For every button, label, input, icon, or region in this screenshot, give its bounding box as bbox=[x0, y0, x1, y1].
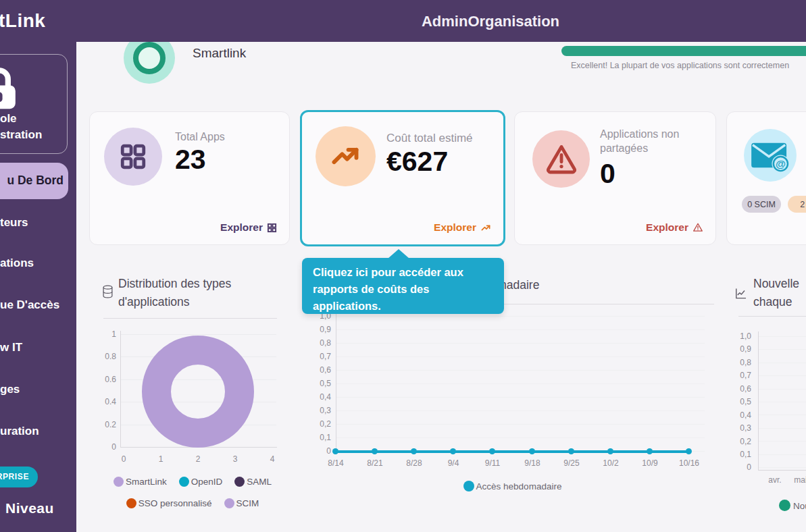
health-status-text: Excellent! La plupart de vos application… bbox=[571, 61, 789, 70]
y-tick: 0.8 bbox=[82, 352, 116, 361]
console-label-line1: ole bbox=[0, 112, 17, 126]
trend-up-icon bbox=[316, 126, 376, 186]
plan-badge: RPRISE bbox=[0, 467, 38, 487]
monthly-x-axis bbox=[758, 470, 806, 471]
total-apps-value: 23 bbox=[175, 144, 206, 176]
x-tick: 10/16 bbox=[674, 458, 704, 468]
y-tick: 0 bbox=[297, 446, 331, 456]
smartlink-logo-ring-icon bbox=[133, 42, 166, 74]
page-title: AdminOrganisation bbox=[421, 13, 560, 30]
shared-badge: 2 Sh bbox=[788, 196, 806, 213]
unshared-value: 0 bbox=[600, 158, 615, 190]
y-tick: 0,7 bbox=[717, 371, 751, 380]
donut-legend-row1: SmartLink OpenID SAML bbox=[91, 477, 294, 487]
x-tick: 4 bbox=[257, 454, 287, 464]
data-point bbox=[647, 448, 653, 454]
alert-triangle-icon bbox=[532, 130, 590, 188]
y-tick: 0,2 bbox=[297, 419, 331, 429]
legend-item-sso[interactable]: SSO personnalisé bbox=[126, 498, 212, 508]
alert-triangle-icon bbox=[692, 222, 703, 233]
y-tick: 0,3 bbox=[717, 423, 751, 433]
y-tick: 0,5 bbox=[297, 379, 331, 388]
data-point bbox=[686, 448, 692, 454]
legend-dot bbox=[234, 477, 245, 487]
explorer-unshared-link[interactable]: Explorer bbox=[646, 221, 703, 234]
sidebar-item-dashboard[interactable]: u De Bord bbox=[0, 163, 68, 199]
sidebar-item-applications[interactable]: ations bbox=[0, 257, 34, 270]
weekly-series-line bbox=[336, 450, 689, 453]
unshared-apps-card[interactable]: Applications non partagées 0 Explorer bbox=[514, 111, 716, 245]
cost-card[interactable]: Coût total estimé €627 Explorer bbox=[300, 110, 505, 246]
grid-icon bbox=[267, 223, 277, 233]
explorer-apps-link[interactable]: Explorer bbox=[220, 221, 277, 234]
x-tick: mai bbox=[786, 475, 806, 485]
donut-y-axis bbox=[120, 331, 121, 448]
total-apps-label: Total Apps bbox=[175, 130, 225, 144]
y-tick: 1,0 bbox=[717, 331, 751, 341]
legend-item-weekly-access[interactable]: Accès hebdomadaire bbox=[463, 481, 562, 491]
y-tick: 0,9 bbox=[717, 344, 751, 354]
y-tick: 0,9 bbox=[297, 325, 331, 334]
data-point bbox=[372, 448, 378, 454]
x-tick: 8/28 bbox=[399, 458, 429, 468]
data-point bbox=[568, 448, 574, 454]
sidebar-item-shadow-it[interactable]: w IT bbox=[0, 341, 22, 354]
y-tick: 0,1 bbox=[297, 433, 331, 442]
data-point bbox=[332, 448, 338, 454]
legend-item-scim[interactable]: SCIM bbox=[224, 498, 259, 508]
legend-dot bbox=[114, 477, 124, 487]
legend-dot bbox=[179, 477, 189, 487]
y-tick: 1 bbox=[82, 329, 116, 339]
y-tick: 0,4 bbox=[717, 410, 751, 420]
legend-item-new-apps[interactable]: Nou bbox=[793, 501, 806, 511]
cost-tooltip: Cliquez ici pour accéder aux rapports de… bbox=[302, 258, 504, 314]
console-label-line2: stration bbox=[0, 128, 42, 142]
dashboard-screen: Smartlink Excellent! La plupart de vos a… bbox=[0, 0, 806, 532]
sidebar-item-access-log[interactable]: ue D'accès bbox=[0, 298, 59, 312]
trend-up-icon bbox=[480, 223, 491, 233]
legend-dot bbox=[224, 498, 234, 508]
y-tick: 0,6 bbox=[717, 384, 751, 394]
legend-item-smartlink[interactable]: SmartLink bbox=[114, 477, 167, 487]
data-point bbox=[411, 448, 417, 454]
y-tick: 0,2 bbox=[717, 437, 751, 446]
y-tick: 0 bbox=[82, 442, 116, 452]
sidebar-item-configuration[interactable]: uration bbox=[0, 425, 39, 438]
donut-chart-title: Distribution des types d'applications bbox=[118, 275, 287, 311]
legend-item-openid[interactable]: OpenID bbox=[179, 477, 223, 487]
explorer-cost-link[interactable]: Explorer bbox=[434, 221, 491, 234]
divider bbox=[103, 318, 277, 319]
total-apps-card[interactable]: Total Apps 23 Explorer bbox=[89, 111, 290, 245]
x-tick: 2 bbox=[183, 454, 213, 464]
donut-legend-row2: SSO personnalisé SCIM bbox=[91, 498, 294, 508]
health-progress-bar bbox=[561, 46, 806, 56]
apps-grid-icon bbox=[104, 128, 162, 186]
x-tick: 9/25 bbox=[557, 458, 586, 468]
brand-logo: tLink bbox=[0, 10, 45, 32]
unshared-label: Applications non partagées bbox=[600, 128, 705, 156]
y-tick: 0,5 bbox=[717, 397, 751, 406]
app-name: Smartlink bbox=[193, 46, 246, 61]
data-point bbox=[489, 448, 495, 454]
y-tick: 0,1 bbox=[717, 450, 751, 459]
weekly-gridlines bbox=[336, 316, 705, 452]
x-tick: 10/2 bbox=[596, 458, 626, 468]
mail-card[interactable]: @ 0 SCIM 2 Sh bbox=[726, 111, 806, 245]
y-tick: 0,6 bbox=[297, 365, 331, 375]
weekly-y-axis bbox=[336, 311, 336, 452]
y-tick: 0,7 bbox=[297, 352, 331, 361]
level-label: Niveau bbox=[5, 500, 54, 516]
x-tick: 9/11 bbox=[478, 458, 507, 468]
legend-item-saml[interactable]: SAML bbox=[234, 477, 272, 487]
sidebar-item-shares[interactable]: ges bbox=[0, 383, 20, 396]
top-bar: tLink AdminOrganisation bbox=[0, 0, 806, 42]
monthly-y-axis bbox=[758, 331, 759, 470]
x-tick: 8/21 bbox=[360, 458, 390, 468]
monthly-chart-title-line2: chaque bbox=[753, 293, 792, 311]
sidebar-item-users[interactable]: teurs bbox=[0, 216, 28, 230]
weekly-legend: Accès hebdomadaire bbox=[336, 481, 689, 491]
y-tick: 0,8 bbox=[717, 358, 751, 367]
x-tick: 9/4 bbox=[438, 458, 468, 468]
y-tick: 0 bbox=[717, 462, 751, 472]
y-tick: 0.2 bbox=[82, 420, 116, 429]
